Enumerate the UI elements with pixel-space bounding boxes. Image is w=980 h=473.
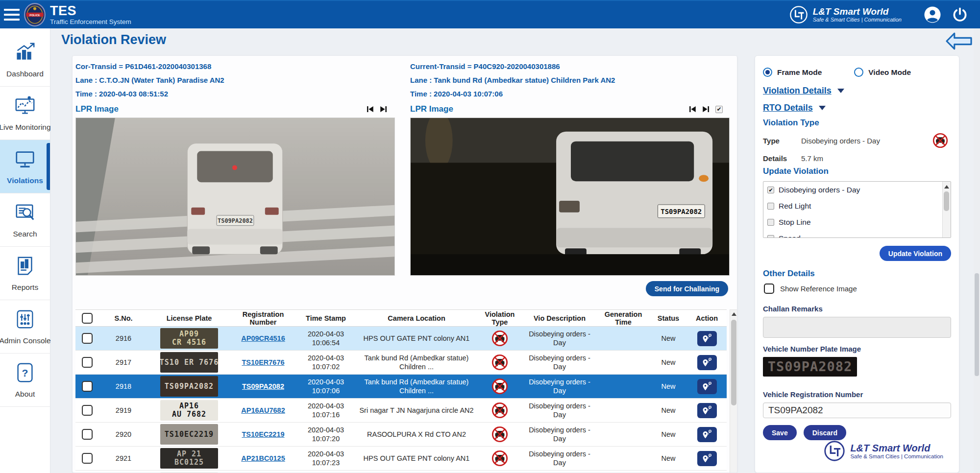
no-car-violation-icon	[491, 402, 508, 419]
row-checkbox[interactable]	[82, 357, 93, 368]
locate-action-button[interactable]	[697, 427, 717, 442]
violation-option-stop-line[interactable]: Stop Line	[763, 214, 951, 230]
app-header: POLICE TES Traffic Enforcement System L&…	[0, 0, 980, 28]
sidebar-item-admin-console[interactable]: Admin Console	[0, 300, 50, 354]
sidebar-item-about[interactable]: ? About	[0, 354, 50, 407]
challan-remarks-textarea[interactable]	[763, 317, 951, 337]
col-sno: S.No.	[99, 310, 148, 327]
select-all-checkbox[interactable]	[82, 313, 93, 324]
prev-lpr-image-label: LPR Image	[75, 104, 119, 114]
violations-icon	[14, 148, 36, 172]
registration-number-link[interactable]: TS10ER7676	[242, 358, 284, 366]
checkbox-icon[interactable]	[767, 235, 774, 238]
radio-icon[interactable]	[763, 68, 772, 77]
scrollbar-thumb[interactable]	[731, 320, 736, 405]
vehicle-registration-input[interactable]	[763, 402, 951, 418]
locate-action-button[interactable]	[697, 355, 717, 370]
violation-option-speed[interactable]: Speed	[763, 230, 951, 238]
table-row[interactable]: 2920 TS10EC2219 TS10EC2219 2020-04-0310:…	[75, 423, 727, 447]
status-badge: New	[650, 351, 687, 375]
status-badge: New	[650, 447, 687, 471]
page-scrollbar[interactable]	[974, 28, 980, 473]
violation-option-red-light[interactable]: Red Light	[763, 198, 951, 214]
skip-next-icon[interactable]	[702, 105, 710, 114]
checkbox-icon[interactable]	[767, 203, 774, 210]
sidebar-item-live-monitoring[interactable]: Live Monitoring	[0, 87, 50, 140]
table-row[interactable]: 2918 TS09PA2082 TS09PA2082 2020-04-0310:…	[75, 375, 727, 399]
checkbox-icon[interactable]	[767, 219, 774, 226]
locate-action-button[interactable]	[697, 451, 717, 466]
mode-radio-video-mode[interactable]: Video Mode	[854, 68, 911, 77]
sidebar-item-dashboard[interactable]: Dashboard	[0, 33, 50, 87]
brand-tagline: Safe & Smart Cities | Communication	[813, 17, 902, 23]
user-avatar-icon[interactable]	[923, 5, 942, 24]
skip-next-icon[interactable]	[379, 105, 388, 114]
registration-number-link[interactable]: AP09CR4516	[241, 334, 285, 342]
curr-time: Time : 2020-04-03 10:07:06	[410, 87, 730, 101]
prev-time: Time : 2020-04-03 08:51:52	[75, 87, 395, 101]
scroll-up-icon[interactable]	[943, 183, 950, 190]
vehicle-plate-image: TS09PA2082	[763, 357, 857, 377]
scrollbar-thumb[interactable]	[975, 273, 979, 376]
update-violation-button[interactable]: Update Violation	[880, 246, 951, 261]
locate-action-button[interactable]	[697, 331, 717, 346]
no-car-violation-icon	[491, 354, 508, 371]
live-monitoring-icon	[14, 95, 36, 118]
power-logout-icon[interactable]	[951, 5, 969, 24]
skip-previous-icon[interactable]	[688, 105, 697, 114]
row-checkbox[interactable]	[82, 333, 93, 344]
table-scrollbar[interactable]	[730, 309, 737, 473]
checkbox-icon[interactable]: ✔	[767, 187, 774, 193]
sidebar-item-reports[interactable]: Reports	[0, 247, 50, 300]
col-registration-number: Registration Number	[230, 310, 296, 327]
status-badge: New	[650, 423, 687, 447]
image-overlay-checkbox[interactable]: ✔	[715, 106, 723, 113]
save-button[interactable]: Save	[763, 425, 797, 440]
sidebar-item-search[interactable]: Search	[0, 193, 50, 247]
violation-type-heading: Violation Type	[763, 118, 951, 128]
row-checkbox[interactable]	[82, 429, 93, 440]
status-badge: New	[650, 375, 687, 399]
col-vio-description: Vio Description	[522, 310, 597, 327]
listbox-scrollbar[interactable]	[942, 182, 951, 237]
table-row[interactable]: 2922 AP13 AP13N4303 2020-04-03 Fever Hos…	[75, 471, 727, 473]
locate-action-button[interactable]	[697, 403, 717, 418]
violation-option-disobeying-orders-day[interactable]: ✔Disobeying orders - Day	[763, 182, 951, 198]
dashboard-icon	[14, 42, 36, 65]
hamburger-menu-icon[interactable]	[0, 9, 23, 21]
row-checkbox[interactable]	[82, 405, 93, 416]
sidebar-item-violations[interactable]: Violations	[0, 140, 50, 193]
scroll-down-icon[interactable]	[943, 236, 950, 238]
row-checkbox[interactable]	[82, 381, 93, 392]
table-row[interactable]: 2919 AP16AU 7682 AP16AU7682 2020-04-0310…	[75, 399, 727, 423]
registration-number-link[interactable]: AP16AU7682	[241, 406, 285, 414]
col-time-stamp: Time Stamp	[296, 310, 356, 327]
table-row[interactable]: 2921 AP 21BC0125 AP21BC0125 2020-04-0310…	[75, 447, 727, 471]
footer-brand-name: L&T Smart World	[850, 443, 943, 453]
radio-icon[interactable]	[854, 68, 863, 77]
show-reference-image-row[interactable]: Show Reference Image	[764, 284, 951, 294]
table-row[interactable]: 2916 AP09CR 4516 AP09CR4516 2020-04-0310…	[75, 327, 727, 351]
skip-previous-icon[interactable]	[366, 105, 374, 114]
locate-action-button[interactable]	[697, 379, 717, 394]
table-row[interactable]: 2917 TS10 ER 7676 TS10ER7676 2020-04-031…	[75, 351, 727, 375]
license-plate-image: AP16AU 7682	[160, 400, 218, 421]
row-checkbox[interactable]	[82, 453, 93, 464]
scroll-up-icon[interactable]	[730, 310, 737, 318]
registration-number-link[interactable]: TS09PA2082	[242, 382, 284, 390]
admin-console-icon	[14, 308, 36, 332]
page-title: Violation Review	[61, 32, 166, 47]
registration-number-link[interactable]: TS10EC2219	[242, 430, 284, 438]
discard-button[interactable]: Discard	[804, 425, 846, 440]
update-violation-heading: Update Violation	[763, 166, 951, 176]
show-reference-checkbox[interactable]	[764, 284, 774, 294]
back-arrow-icon[interactable]	[945, 31, 973, 51]
rto-details-link[interactable]: RTO Details	[763, 103, 951, 113]
send-for-challaning-button[interactable]: Send for Challaning	[646, 281, 728, 296]
footer-brand: L&T Smart World Safe & Smart Cities | Co…	[763, 440, 951, 467]
scrollbar-thumb[interactable]	[944, 191, 949, 211]
registration-number-link[interactable]: AP21BC0125	[241, 454, 285, 462]
col-violation-type: Violation Type	[477, 310, 522, 327]
mode-radio-frame-mode[interactable]: Frame Mode	[763, 68, 822, 77]
violation-details-link[interactable]: Violation Details	[763, 86, 951, 96]
